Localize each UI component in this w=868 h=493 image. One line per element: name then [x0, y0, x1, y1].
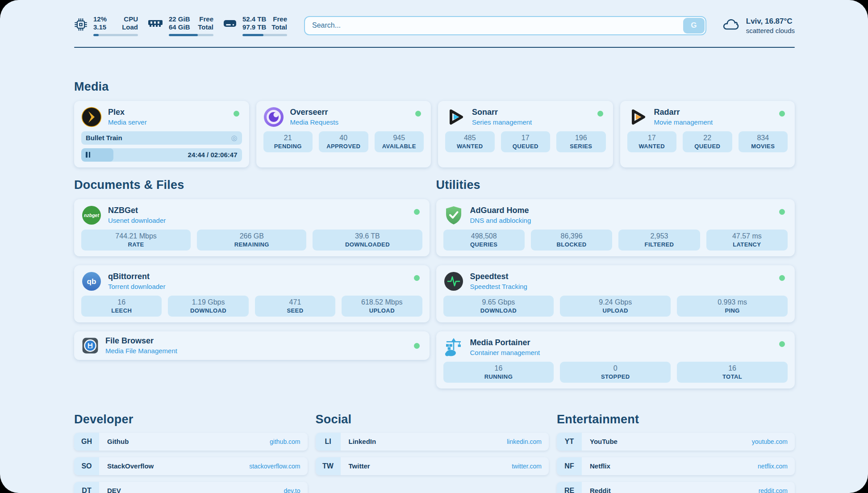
bookmark-linkedin[interactable]: LI LinkedIn linkedin.com [316, 433, 549, 451]
stat-value: 485 [464, 134, 476, 142]
service-card-filebrowser[interactable]: File Browser Media File Management [74, 331, 430, 360]
bookmark-github[interactable]: GH Github github.com [74, 433, 308, 451]
stat-total: 16 TOTAL [677, 362, 788, 383]
bookmark-url: twitter.com [512, 463, 542, 470]
dashboard-page: 12% 3.15 CPU Load [0, 0, 868, 493]
service-card-adguard[interactable]: AdGuard Home DNS and adblocking 498,508 … [436, 199, 795, 256]
stat-available: 945 AVAILABLE [375, 131, 424, 152]
stat-rate: 744.21 Mbps RATE [81, 230, 191, 251]
stat-label: BLOCKED [557, 241, 587, 248]
stat-value: 21 [284, 134, 292, 142]
stat-label: TOTAL [722, 373, 742, 380]
stat-label: UPLOAD [603, 307, 628, 314]
service-card-speedtest[interactable]: Speedtest Speedtest Tracking 9.65 Gbps D… [436, 265, 795, 322]
stat-label: REMAINING [234, 241, 269, 248]
stat-queries: 498,508 QUERIES [443, 230, 525, 251]
bookmark-url: reddit.com [759, 487, 788, 493]
stat-value: 0.993 ms [718, 298, 747, 306]
bookmark-youtube[interactable]: YT YouTube youtube.com [557, 433, 795, 451]
developer-column: Developer GH Github github.com SO StackO… [74, 413, 308, 493]
stat-label: SEED [287, 307, 303, 314]
service-card-radarr[interactable]: Radarr Movie management 17 WANTED 22 QUE… [620, 101, 795, 167]
service-card-plex[interactable]: Plex Media server Bullet Train ◎ 24:44 /… [74, 101, 249, 167]
stat-label: QUERIES [470, 241, 497, 248]
search-engine-button[interactable]: G [683, 18, 705, 33]
service-card-nzbget[interactable]: nzbget NZBGet Usenet downloader 744.21 M… [74, 199, 430, 256]
service-card-overseerr[interactable]: Overseerr Media Requests 21 PENDING 40 A… [256, 101, 431, 167]
service-subtitle: Media File Management [105, 347, 177, 355]
status-dot [234, 111, 239, 117]
svg-text:qb: qb [87, 277, 96, 286]
bookmark-reddit[interactable]: RE Reddit reddit.com [557, 482, 795, 493]
service-card-qbittorrent[interactable]: qb qBittorrent Torrent downloader 16 LEE… [74, 265, 430, 322]
bookmark-twitter[interactable]: TW Twitter twitter.com [316, 457, 549, 475]
status-dot [779, 111, 785, 117]
bookmark-name: Github [107, 438, 129, 445]
stat-label: LATENCY [733, 241, 761, 248]
search-input[interactable] [304, 16, 706, 35]
stat-label: Free [198, 15, 213, 23]
stat-value: 9.65 Gbps [482, 298, 515, 306]
now-playing-options-icon[interactable]: ◎ [231, 134, 238, 142]
stat-wanted: 485 WANTED [445, 131, 495, 152]
stat-value: 2,953 [650, 232, 668, 240]
stat-label: PING [725, 307, 739, 314]
service-subtitle: Movie management [654, 118, 713, 126]
bookmark-netflix[interactable]: NF Netflix netflix.com [557, 457, 795, 475]
service-title: NZBGet [108, 206, 166, 216]
stat-label: QUEUED [513, 143, 538, 150]
bookmark-abbr: DT [74, 482, 99, 493]
qbittorrent-icon: qb [81, 271, 102, 292]
weather-location: Lviv, 16.87°C [746, 17, 795, 26]
portainer-icon [443, 337, 464, 358]
disk-progress-fill [242, 34, 263, 36]
stat-filtered: 2,953 FILTERED [618, 230, 700, 251]
stat-leech: 16 LEECH [81, 296, 162, 317]
service-title: qBittorrent [108, 272, 165, 282]
ram-progress-track [169, 34, 213, 36]
playback-time: 24:44 / 02:06:47 [188, 151, 238, 159]
disk-values: 52.4 TB 97.9 TB [242, 15, 266, 32]
bookmark-abbr: NF [557, 457, 582, 475]
stat-label: DOWNLOAD [480, 307, 517, 314]
stat-value: 744.21 Mbps [115, 232, 157, 240]
service-subtitle: Container management [470, 349, 540, 356]
stat-value: 834 [757, 134, 769, 142]
bookmark-dev[interactable]: DT DEV dev.to [74, 482, 308, 493]
stat-value: 618.52 Mbps [361, 298, 403, 306]
section-title-developer: Developer [74, 413, 308, 426]
adguard-icon [443, 205, 464, 226]
service-card-portainer[interactable]: Media Portainer Container management 16 … [436, 331, 795, 389]
stat-value: 16 [495, 364, 503, 372]
service-card-sonarr[interactable]: Sonarr Series management 485 WANTED 17 Q… [438, 101, 613, 167]
status-dot [414, 275, 420, 281]
entertainment-column: Entertainment YT YouTube youtube.com NF … [557, 413, 795, 493]
top-bar: 12% 3.15 CPU Load [74, 15, 795, 36]
status-dot [597, 111, 603, 117]
bookmark-stackoverflow[interactable]: SO StackOverflow stackoverflow.com [74, 457, 308, 475]
bookmark-url: dev.to [284, 487, 300, 493]
now-playing-title: Bullet Train [86, 134, 231, 142]
system-stat-ram: 22 GiB 64 GiB Free Total [148, 15, 213, 36]
stat-label: APPROVED [326, 143, 360, 150]
status-dot [414, 209, 420, 215]
stat-value: 39.6 TB [355, 232, 380, 240]
stat-label: LEECH [111, 307, 132, 314]
stat-value: 266 GB [240, 232, 264, 240]
stat-blocked: 86,396 BLOCKED [531, 230, 612, 251]
disk-icon [223, 18, 237, 29]
plex-icon [81, 107, 102, 127]
pause-button[interactable] [86, 152, 90, 158]
search-bar: G [304, 16, 706, 35]
bookmark-url: netflix.com [758, 463, 788, 470]
service-title: Sonarr [472, 108, 532, 117]
section-title-media: Media [74, 80, 795, 94]
stat-value: 17 [648, 134, 656, 142]
weather-widget[interactable]: Lviv, 16.87°C scattered clouds [722, 17, 795, 34]
status-dot [779, 341, 785, 347]
stat-value: 64 GiB [169, 23, 190, 31]
ram-progress-fill [169, 34, 198, 36]
bookmark-abbr: LI [316, 433, 341, 451]
cpu-progress-track [93, 34, 138, 36]
stat-ping: 0.993 ms PING [677, 296, 788, 317]
